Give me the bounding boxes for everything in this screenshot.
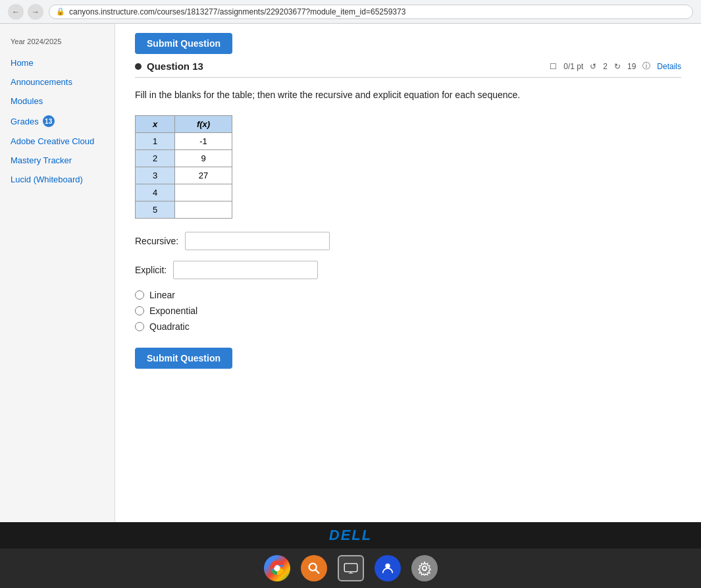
- x-cell-1: 1: [136, 133, 175, 150]
- forward-button[interactable]: →: [28, 4, 43, 20]
- user-taskbar-icon[interactable]: [375, 555, 401, 581]
- table-row: 4: [136, 184, 232, 201]
- recursive-label: Recursive:: [135, 236, 178, 246]
- radio-linear-label: Linear: [149, 290, 175, 300]
- fx-cell-2: 9: [175, 150, 232, 167]
- svg-point-6: [385, 564, 390, 568]
- table-row: 2 9: [136, 150, 232, 167]
- explicit-label: Explicit:: [135, 265, 167, 275]
- sidebar-item-label: Modules: [11, 96, 43, 106]
- url-text: canyons.instructure.com/courses/1813277/…: [69, 7, 405, 16]
- svg-line-2: [315, 570, 319, 573]
- page-wrapper: Year 2024/2025 Home Announcements Module…: [0, 24, 701, 548]
- question-dot: [135, 63, 142, 70]
- dell-bar: DELL: [0, 522, 701, 548]
- score-icon: ☐: [550, 62, 557, 71]
- sidebar-item-adobe[interactable]: Adobe Creative Cloud: [0, 132, 115, 151]
- lock-icon: 🔒: [56, 7, 65, 16]
- sidebar-item-label: Mastery Tracker: [11, 155, 72, 165]
- sidebar-item-label: Adobe Creative Cloud: [11, 136, 94, 146]
- recursive-input[interactable]: [185, 232, 330, 250]
- x-cell-3: 3: [136, 167, 175, 184]
- sidebar-item-mastery[interactable]: Mastery Tracker: [0, 151, 115, 170]
- sidebar-item-label: Announcements: [11, 77, 72, 87]
- details-link[interactable]: Details: [657, 62, 681, 71]
- sidebar-item-label: Lucid (Whiteboard): [11, 174, 83, 184]
- back-button[interactable]: ←: [8, 4, 24, 20]
- sidebar: Year 2024/2025 Home Announcements Module…: [0, 24, 115, 548]
- browser-bar: ← → 🔒 canyons.instructure.com/courses/18…: [0, 0, 701, 24]
- sequence-table: x f(x) 1 -1 2 9 3 27 4: [135, 115, 232, 219]
- chrome-icon[interactable]: [264, 555, 290, 581]
- settings-taskbar-icon[interactable]: [411, 555, 438, 581]
- x-cell-4: 4: [136, 184, 175, 201]
- radio-option-exponential[interactable]: Exponential: [135, 306, 681, 316]
- x-cell-5: 5: [136, 201, 175, 219]
- submit-question-button-bottom[interactable]: Submit Question: [135, 348, 232, 369]
- search-taskbar-icon[interactable]: [301, 555, 327, 581]
- fx-input-4[interactable]: [187, 188, 220, 198]
- svg-point-7: [422, 566, 426, 570]
- fx-cell-5[interactable]: [175, 201, 232, 219]
- radio-option-linear[interactable]: Linear: [135, 290, 681, 300]
- info-icon: ⓘ: [642, 61, 650, 72]
- sidebar-item-label: Grades: [11, 117, 39, 126]
- explicit-row: Explicit:: [135, 261, 681, 279]
- address-bar[interactable]: 🔒 canyons.instructure.com/courses/181327…: [49, 5, 693, 19]
- table-col1-header: x: [136, 116, 175, 133]
- attempt-icon: ↺: [590, 62, 596, 71]
- sidebar-item-lucid[interactable]: Lucid (Whiteboard): [0, 170, 115, 189]
- table-row: 3 27: [136, 167, 232, 184]
- sidebar-item-announcements[interactable]: Announcements: [0, 72, 115, 92]
- recursive-row: Recursive:: [135, 232, 681, 250]
- radio-quadratic-label: Quadratic: [149, 321, 190, 332]
- question-number: Question 13: [147, 61, 203, 72]
- fx-cell-1: -1: [175, 133, 232, 150]
- table-row: 1 -1: [136, 133, 232, 150]
- dell-logo: DELL: [329, 527, 372, 544]
- table-col2-header: f(x): [175, 116, 232, 133]
- radio-linear[interactable]: [135, 290, 144, 300]
- x-cell-2: 2: [136, 150, 175, 167]
- explicit-input[interactable]: [173, 261, 318, 279]
- submit-question-button-top[interactable]: Submit Question: [135, 33, 232, 54]
- question-meta: ☐ 0/1 pt ↺ 2 ↻ 19 ⓘ Details: [550, 61, 681, 72]
- fx-input-5[interactable]: [187, 205, 220, 215]
- sidebar-item-modules[interactable]: Modules: [0, 92, 115, 111]
- fx-cell-4[interactable]: [175, 184, 232, 201]
- table-row: 5: [136, 201, 232, 219]
- fx-cell-3: 27: [175, 167, 232, 184]
- radio-quadratic[interactable]: [135, 322, 144, 331]
- question-instruction: Fill in the blanks for the table; then w…: [135, 88, 681, 102]
- radio-exponential-label: Exponential: [149, 306, 197, 316]
- sidebar-year: Year 2024/2025: [0, 34, 115, 53]
- question-header: Question 13 ☐ 0/1 pt ↺ 2 ↻ 19 ⓘ Details: [135, 61, 681, 78]
- nav-icons: ← →: [8, 4, 43, 20]
- grades-badge: 13: [43, 115, 55, 127]
- screen-taskbar-icon[interactable]: [338, 555, 364, 581]
- sidebar-item-grades[interactable]: Grades 13: [0, 111, 115, 132]
- radio-group: Linear Exponential Quadratic: [135, 290, 681, 332]
- radio-option-quadratic[interactable]: Quadratic: [135, 321, 681, 332]
- score-value: 0/1 pt: [563, 62, 583, 71]
- svg-rect-3: [344, 564, 357, 572]
- attempts-value: 2: [603, 62, 608, 71]
- submissions-value: 19: [627, 62, 636, 71]
- submit-btn-top-wrapper: Submit Question: [135, 33, 681, 54]
- radio-exponential[interactable]: [135, 306, 144, 315]
- sidebar-item-home[interactable]: Home: [0, 53, 115, 72]
- question-title: Question 13: [135, 61, 203, 72]
- submissions-icon: ↻: [614, 62, 621, 71]
- sidebar-item-label: Home: [11, 58, 34, 68]
- main-content: Submit Question Question 13 ☐ 0/1 pt ↺ 2…: [115, 24, 701, 548]
- taskbar: [0, 548, 701, 588]
